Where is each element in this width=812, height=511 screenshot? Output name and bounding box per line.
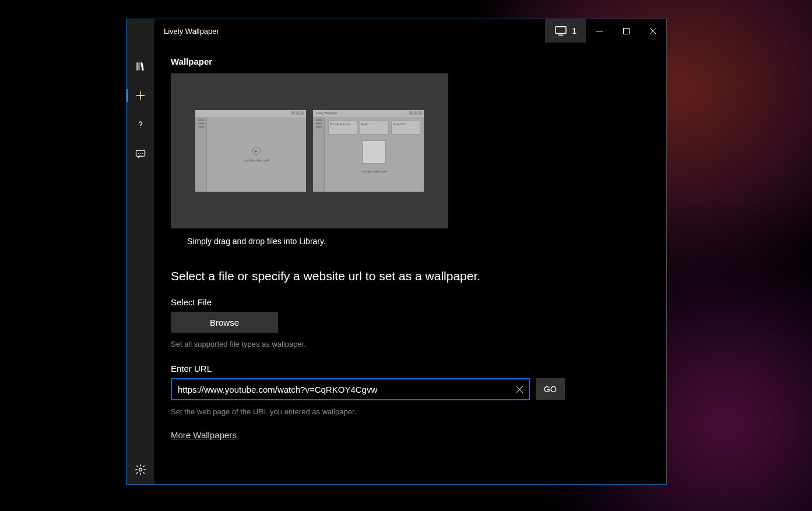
library-icon xyxy=(135,61,146,72)
minimize-icon xyxy=(596,28,603,34)
svg-point-2 xyxy=(140,127,140,128)
preview-illustration: ▶ sample_video.mp4 Lively Wallpaper xyxy=(171,73,448,228)
enter-url-label: Enter URL xyxy=(171,364,650,373)
more-wallpapers-link[interactable]: More Wallpapers xyxy=(171,430,237,440)
plus-icon xyxy=(135,90,146,101)
minimize-button[interactable] xyxy=(586,19,613,43)
svg-point-4 xyxy=(138,153,139,154)
select-file-label: Select File xyxy=(171,297,650,307)
svg-rect-8 xyxy=(556,27,566,34)
main-content: Wallpaper ▶ sample_video.mp4 Lively Wall… xyxy=(154,43,666,484)
app-window: Lively Wallpaper 1 Wallpaper xyxy=(126,19,667,485)
preview-drag-label: sample_video.mp4 xyxy=(328,170,420,173)
svg-point-6 xyxy=(142,153,143,154)
preview-cell: Space Vid xyxy=(391,121,420,135)
preview-left-label: sample_video.mp4 xyxy=(244,158,269,162)
clear-url-button[interactable] xyxy=(514,383,525,395)
maximize-button[interactable] xyxy=(613,19,639,43)
close-icon xyxy=(650,28,656,34)
nav-library[interactable] xyxy=(126,52,154,81)
go-button[interactable]: GO xyxy=(536,378,565,400)
url-input[interactable] xyxy=(171,378,530,400)
preview-right-title: Lively Wallpaper xyxy=(315,111,338,116)
titlebar: Lively Wallpaper 1 xyxy=(154,19,666,43)
svg-point-5 xyxy=(140,153,140,154)
close-button[interactable] xyxy=(639,19,666,43)
file-hint: Set all supported file types as wallpape… xyxy=(171,340,650,348)
content-column: Lively Wallpaper 1 Wallpaper xyxy=(154,19,666,484)
monitor-icon xyxy=(554,26,567,36)
maximize-icon xyxy=(623,28,630,34)
instruction-text: Select a file or specify a website url t… xyxy=(171,269,650,283)
help-icon xyxy=(135,119,146,131)
title-controls: 1 xyxy=(545,19,666,43)
preview-window-right: Lively Wallpaper Sunset Autumn Earth Spa… xyxy=(313,110,424,192)
monitor-select-button[interactable]: 1 xyxy=(545,19,586,43)
preview-cell: Earth xyxy=(360,121,389,135)
url-hint: Set the web page of the URL you entered … xyxy=(171,407,650,416)
nav-feedback[interactable] xyxy=(126,139,154,168)
preview-caption: Simply drag and drop files into Library. xyxy=(187,237,650,246)
nav-rail xyxy=(126,19,154,484)
nav-help[interactable] xyxy=(126,110,154,139)
preview-drag-thumb xyxy=(363,140,386,164)
preview-window-left: ▶ sample_video.mp4 xyxy=(195,110,306,192)
gear-icon xyxy=(135,464,146,475)
svg-point-7 xyxy=(139,468,142,471)
preview-cell: Sunset Autumn xyxy=(328,121,357,135)
browse-button[interactable]: Browse xyxy=(171,312,278,333)
page-heading: Wallpaper xyxy=(171,57,650,66)
app-title: Lively Wallpaper xyxy=(164,27,219,36)
clear-icon xyxy=(516,386,523,393)
nav-add[interactable] xyxy=(126,81,154,110)
monitor-count: 1 xyxy=(572,26,577,36)
url-row: GO xyxy=(171,378,650,400)
feedback-icon xyxy=(135,148,146,160)
nav-settings[interactable] xyxy=(126,455,154,484)
svg-rect-11 xyxy=(623,28,629,34)
url-input-wrap xyxy=(171,378,530,400)
